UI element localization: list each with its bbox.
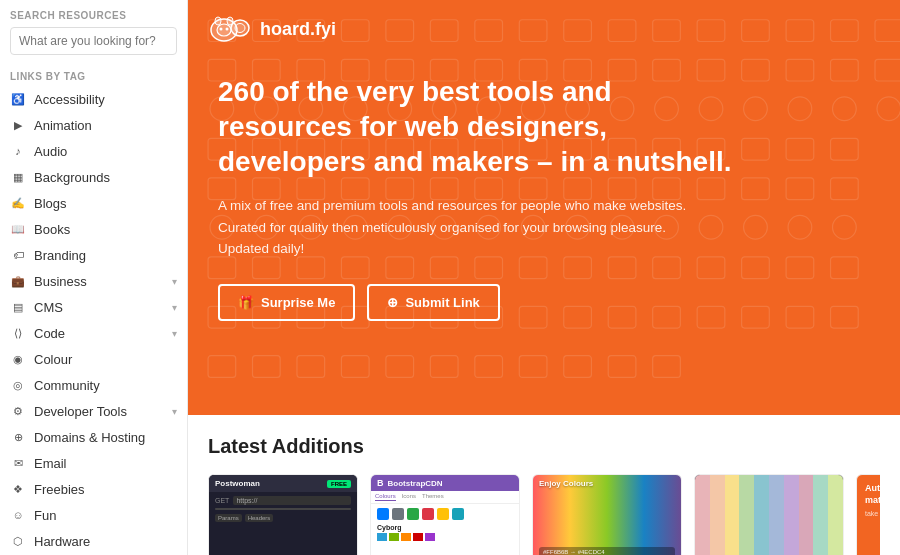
card-palette[interactable]: [694, 474, 844, 555]
sidebar-item-fun[interactable]: ☺ Fun: [0, 502, 187, 528]
color-swatches: [377, 508, 513, 520]
sidebar-label-email: Email: [34, 456, 177, 471]
sidebar: SEARCH RESOURCES LINKS BY TAG ♿ Accessib…: [0, 0, 188, 555]
gradient-label: Enjoy Colours: [539, 479, 593, 488]
tab-headers: Headers: [245, 514, 274, 522]
swatch-danger: [422, 508, 434, 520]
cyborg-swatch-2: [389, 533, 399, 541]
automate-subtitle: take of w...: [865, 510, 880, 517]
sidebar-item-community[interactable]: ◎ Community: [0, 372, 187, 398]
sidebar-item-branding[interactable]: 🏷 Branding: [0, 242, 187, 268]
sidebar-label-hardware: Hardware: [34, 534, 177, 549]
sidebar-item-colour[interactable]: ◉ Colour: [0, 346, 187, 372]
svg-rect-124: [253, 356, 281, 378]
svg-point-139: [227, 17, 233, 25]
strip-8: [799, 475, 814, 555]
sidebar-item-freebies[interactable]: ❖ Freebies: [0, 476, 187, 502]
palette-strips: [695, 475, 843, 555]
chevron-icon-cms: ▾: [172, 302, 177, 313]
nav-icons: Icons: [402, 493, 416, 501]
sidebar-item-accessibility[interactable]: ♿ Accessibility: [0, 86, 187, 112]
nav-colours: Colours: [375, 493, 396, 501]
cpu-icon: ⬡: [10, 533, 26, 549]
sidebar-item-cms[interactable]: ▤ CMS ▾: [0, 294, 187, 320]
tab-row: Params Headers: [215, 514, 351, 522]
sidebar-label-community: Community: [34, 378, 177, 393]
sidebar-item-audio[interactable]: ♪ Audio: [0, 138, 187, 164]
svg-point-140: [220, 28, 223, 31]
sidebar-label-blogs: Blogs: [34, 196, 177, 211]
card-gradient[interactable]: Enjoy Colours #FF6B6B → #4ECDC4: [532, 474, 682, 555]
submit-link-label: Submit Link: [405, 295, 479, 310]
card-postwoman-body: GET https:// Params Headers: [209, 492, 357, 526]
hex-value: #FF6B6B → #4ECDC4: [543, 549, 671, 555]
sidebar-item-animation[interactable]: ▶ Animation: [0, 112, 187, 138]
sidebar-item-books[interactable]: 📖 Books: [0, 216, 187, 242]
sidebar-label-backgrounds: Backgrounds: [34, 170, 177, 185]
sidebar-item-hardware[interactable]: ⬡ Hardware: [0, 528, 187, 554]
hero-section: hoard.fyi 260 of the very best tools and…: [188, 0, 900, 415]
automate-content: Auto-mate take of w...: [857, 475, 880, 525]
main-content: hoard.fyi 260 of the very best tools and…: [188, 0, 900, 555]
cyborg-swatch-1: [377, 533, 387, 541]
sidebar-label-branding: Branding: [34, 248, 177, 263]
strip-10: [828, 475, 843, 555]
card-bootstrap-header: B BootstrapCDN: [371, 475, 519, 491]
hero-subtitle: A mix of free and premium tools and reso…: [218, 195, 698, 260]
strip-3: [725, 475, 740, 555]
hero-title: 260 of the very best tools and resources…: [218, 74, 738, 179]
strip-9: [813, 475, 828, 555]
card-automate[interactable]: Auto-mate take of w...: [856, 474, 880, 555]
search-input[interactable]: [10, 27, 177, 55]
wrench-icon: ⚙: [10, 403, 26, 419]
svg-rect-127: [386, 356, 414, 378]
svg-point-137: [235, 24, 245, 33]
card-bootstrap[interactable]: B BootstrapCDN Colours Icons Themes: [370, 474, 520, 555]
postwoman-title: Postwoman: [215, 479, 260, 488]
svg-rect-129: [475, 356, 503, 378]
globe-icon: ⊕: [10, 429, 26, 445]
submit-link-button[interactable]: ⊕ Submit Link: [367, 284, 499, 321]
method-label: GET: [215, 497, 229, 504]
bootstrap-cdn-title: BootstrapCDN: [388, 479, 443, 488]
briefcase-icon: 💼: [10, 273, 26, 289]
search-label: SEARCH RESOURCES: [10, 10, 177, 21]
music-icon: ♪: [10, 143, 26, 159]
card-postwoman[interactable]: Postwoman FREE GET https:// Params Heade…: [208, 474, 358, 555]
chevron-icon-developer-tools: ▾: [172, 406, 177, 417]
sidebar-item-email[interactable]: ✉ Email: [0, 450, 187, 476]
svg-rect-128: [430, 356, 458, 378]
svg-rect-132: [608, 356, 636, 378]
cyborg-swatch-3: [401, 533, 411, 541]
play-circle-icon: ▶: [10, 117, 26, 133]
sidebar-item-business[interactable]: 💼 Business ▾: [0, 268, 187, 294]
sidebar-item-code[interactable]: ⟨⟩ Code ▾: [0, 320, 187, 346]
logo-text: hoard.fyi: [260, 19, 336, 40]
swatch-secondary: [392, 508, 404, 520]
hero-buttons: 🎁 Surprise Me ⊕ Submit Link: [218, 284, 870, 321]
svg-point-141: [226, 28, 229, 31]
sidebar-items-list: ♿ Accessibility ▶ Animation ♪ Audio ▦ Ba…: [0, 86, 187, 555]
logo-icon: [208, 14, 252, 44]
nav-themes: Themes: [422, 493, 444, 501]
gift-icon: 🎁: [238, 295, 254, 310]
blog-icon: ✍: [10, 195, 26, 211]
svg-rect-125: [297, 356, 325, 378]
bootstrap-nav: Colours Icons Themes: [371, 491, 519, 504]
sidebar-item-developer-tools[interactable]: ⚙ Developer Tools ▾: [0, 398, 187, 424]
book-icon: 📖: [10, 221, 26, 237]
surprise-me-button[interactable]: 🎁 Surprise Me: [218, 284, 355, 321]
url-field: https://: [233, 496, 351, 505]
wheelchair-icon: ♿: [10, 91, 26, 107]
sidebar-item-backgrounds[interactable]: ▦ Backgrounds: [0, 164, 187, 190]
sidebar-item-blogs[interactable]: ✍ Blogs: [0, 190, 187, 216]
sidebar-label-colour: Colour: [34, 352, 177, 367]
smile-icon: ☺: [10, 507, 26, 523]
cyborg-swatch-5: [425, 533, 435, 541]
swatch-success: [407, 508, 419, 520]
latest-cards-row: Postwoman FREE GET https:// Params Heade…: [208, 474, 880, 555]
sidebar-item-domains[interactable]: ⊕ Domains & Hosting: [0, 424, 187, 450]
sidebar-label-audio: Audio: [34, 144, 177, 159]
sidebar-label-code: Code: [34, 326, 172, 341]
sidebar-label-developer-tools: Developer Tools: [34, 404, 172, 419]
